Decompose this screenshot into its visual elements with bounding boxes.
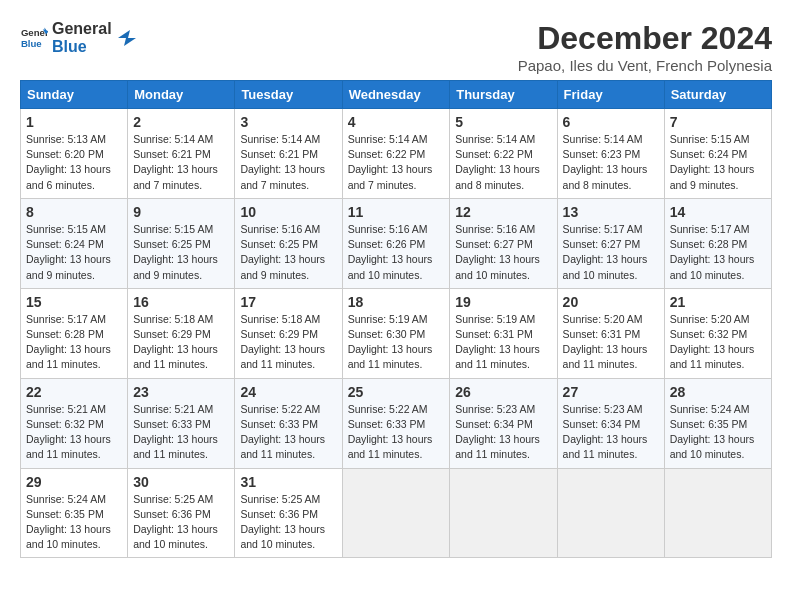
calendar-cell: 13 Sunrise: 5:17 AM Sunset: 6:27 PM Dayl… [557,198,664,288]
day-info: Sunrise: 5:17 AM Sunset: 6:27 PM Dayligh… [563,222,659,283]
calendar-cell [342,468,450,558]
week-row-5: 29 Sunrise: 5:24 AM Sunset: 6:35 PM Dayl… [21,468,772,558]
calendar-cell: 8 Sunrise: 5:15 AM Sunset: 6:24 PM Dayli… [21,198,128,288]
month-title: December 2024 [518,20,772,57]
day-number: 28 [670,384,766,400]
day-info: Sunrise: 5:14 AM Sunset: 6:22 PM Dayligh… [455,132,551,193]
day-info: Sunrise: 5:19 AM Sunset: 6:30 PM Dayligh… [348,312,445,373]
day-number: 8 [26,204,122,220]
day-info: Sunrise: 5:22 AM Sunset: 6:33 PM Dayligh… [240,402,336,463]
day-info: Sunrise: 5:21 AM Sunset: 6:33 PM Dayligh… [133,402,229,463]
calendar-cell [557,468,664,558]
day-number: 24 [240,384,336,400]
day-number: 4 [348,114,445,130]
calendar-cell: 11 Sunrise: 5:16 AM Sunset: 6:26 PM Dayl… [342,198,450,288]
day-number: 21 [670,294,766,310]
day-number: 1 [26,114,122,130]
day-number: 29 [26,474,122,490]
logo-icon: General Blue [20,24,48,52]
calendar-cell: 4 Sunrise: 5:14 AM Sunset: 6:22 PM Dayli… [342,109,450,199]
day-number: 19 [455,294,551,310]
day-info: Sunrise: 5:15 AM Sunset: 6:24 PM Dayligh… [670,132,766,193]
calendar-cell: 18 Sunrise: 5:19 AM Sunset: 6:30 PM Dayl… [342,288,450,378]
calendar-cell: 31 Sunrise: 5:25 AM Sunset: 6:36 PM Dayl… [235,468,342,558]
calendar-cell: 15 Sunrise: 5:17 AM Sunset: 6:28 PM Dayl… [21,288,128,378]
day-info: Sunrise: 5:25 AM Sunset: 6:36 PM Dayligh… [240,492,336,553]
day-info: Sunrise: 5:18 AM Sunset: 6:29 PM Dayligh… [240,312,336,373]
day-number: 13 [563,204,659,220]
logo: General Blue General Blue [20,20,136,55]
weekday-header-thursday: Thursday [450,81,557,109]
calendar-cell: 22 Sunrise: 5:21 AM Sunset: 6:32 PM Dayl… [21,378,128,468]
day-number: 14 [670,204,766,220]
week-row-2: 8 Sunrise: 5:15 AM Sunset: 6:24 PM Dayli… [21,198,772,288]
day-number: 26 [455,384,551,400]
calendar-cell: 26 Sunrise: 5:23 AM Sunset: 6:34 PM Dayl… [450,378,557,468]
day-number: 2 [133,114,229,130]
logo-text-blue: Blue [52,38,112,56]
week-row-3: 15 Sunrise: 5:17 AM Sunset: 6:28 PM Dayl… [21,288,772,378]
calendar-cell: 10 Sunrise: 5:16 AM Sunset: 6:25 PM Dayl… [235,198,342,288]
day-info: Sunrise: 5:24 AM Sunset: 6:35 PM Dayligh… [26,492,122,553]
day-number: 7 [670,114,766,130]
calendar-cell: 29 Sunrise: 5:24 AM Sunset: 6:35 PM Dayl… [21,468,128,558]
week-row-4: 22 Sunrise: 5:21 AM Sunset: 6:32 PM Dayl… [21,378,772,468]
day-number: 27 [563,384,659,400]
weekday-header-tuesday: Tuesday [235,81,342,109]
day-number: 17 [240,294,336,310]
day-info: Sunrise: 5:14 AM Sunset: 6:23 PM Dayligh… [563,132,659,193]
day-info: Sunrise: 5:23 AM Sunset: 6:34 PM Dayligh… [563,402,659,463]
day-info: Sunrise: 5:18 AM Sunset: 6:29 PM Dayligh… [133,312,229,373]
day-number: 18 [348,294,445,310]
calendar-cell: 28 Sunrise: 5:24 AM Sunset: 6:35 PM Dayl… [664,378,771,468]
day-info: Sunrise: 5:13 AM Sunset: 6:20 PM Dayligh… [26,132,122,193]
calendar-cell [450,468,557,558]
day-info: Sunrise: 5:16 AM Sunset: 6:26 PM Dayligh… [348,222,445,283]
calendar-cell: 27 Sunrise: 5:23 AM Sunset: 6:34 PM Dayl… [557,378,664,468]
calendar-cell: 16 Sunrise: 5:18 AM Sunset: 6:29 PM Dayl… [128,288,235,378]
day-number: 23 [133,384,229,400]
day-info: Sunrise: 5:22 AM Sunset: 6:33 PM Dayligh… [348,402,445,463]
day-info: Sunrise: 5:16 AM Sunset: 6:25 PM Dayligh… [240,222,336,283]
calendar-cell: 25 Sunrise: 5:22 AM Sunset: 6:33 PM Dayl… [342,378,450,468]
weekday-header-saturday: Saturday [664,81,771,109]
logo-arrow-icon [116,28,136,48]
calendar-table: SundayMondayTuesdayWednesdayThursdayFrid… [20,80,772,558]
weekday-header-sunday: Sunday [21,81,128,109]
location-subtitle: Papao, Iles du Vent, French Polynesia [518,57,772,74]
day-number: 9 [133,204,229,220]
page-header: General Blue General Blue December 2024 … [20,20,772,74]
calendar-cell: 19 Sunrise: 5:19 AM Sunset: 6:31 PM Dayl… [450,288,557,378]
day-number: 3 [240,114,336,130]
day-info: Sunrise: 5:15 AM Sunset: 6:25 PM Dayligh… [133,222,229,283]
calendar-cell: 6 Sunrise: 5:14 AM Sunset: 6:23 PM Dayli… [557,109,664,199]
week-row-1: 1 Sunrise: 5:13 AM Sunset: 6:20 PM Dayli… [21,109,772,199]
day-number: 12 [455,204,551,220]
calendar-cell: 9 Sunrise: 5:15 AM Sunset: 6:25 PM Dayli… [128,198,235,288]
day-number: 10 [240,204,336,220]
day-info: Sunrise: 5:19 AM Sunset: 6:31 PM Dayligh… [455,312,551,373]
day-number: 11 [348,204,445,220]
day-info: Sunrise: 5:14 AM Sunset: 6:22 PM Dayligh… [348,132,445,193]
day-number: 20 [563,294,659,310]
day-info: Sunrise: 5:17 AM Sunset: 6:28 PM Dayligh… [670,222,766,283]
calendar-cell: 2 Sunrise: 5:14 AM Sunset: 6:21 PM Dayli… [128,109,235,199]
day-info: Sunrise: 5:17 AM Sunset: 6:28 PM Dayligh… [26,312,122,373]
svg-marker-5 [118,30,136,46]
day-number: 16 [133,294,229,310]
day-info: Sunrise: 5:15 AM Sunset: 6:24 PM Dayligh… [26,222,122,283]
day-info: Sunrise: 5:20 AM Sunset: 6:32 PM Dayligh… [670,312,766,373]
day-number: 30 [133,474,229,490]
calendar-cell: 17 Sunrise: 5:18 AM Sunset: 6:29 PM Dayl… [235,288,342,378]
calendar-cell: 30 Sunrise: 5:25 AM Sunset: 6:36 PM Dayl… [128,468,235,558]
calendar-cell: 1 Sunrise: 5:13 AM Sunset: 6:20 PM Dayli… [21,109,128,199]
calendar-cell: 5 Sunrise: 5:14 AM Sunset: 6:22 PM Dayli… [450,109,557,199]
calendar-cell: 3 Sunrise: 5:14 AM Sunset: 6:21 PM Dayli… [235,109,342,199]
weekday-header-monday: Monday [128,81,235,109]
weekday-header-wednesday: Wednesday [342,81,450,109]
calendar-cell: 7 Sunrise: 5:15 AM Sunset: 6:24 PM Dayli… [664,109,771,199]
calendar-cell: 12 Sunrise: 5:16 AM Sunset: 6:27 PM Dayl… [450,198,557,288]
day-info: Sunrise: 5:21 AM Sunset: 6:32 PM Dayligh… [26,402,122,463]
day-info: Sunrise: 5:16 AM Sunset: 6:27 PM Dayligh… [455,222,551,283]
day-info: Sunrise: 5:20 AM Sunset: 6:31 PM Dayligh… [563,312,659,373]
